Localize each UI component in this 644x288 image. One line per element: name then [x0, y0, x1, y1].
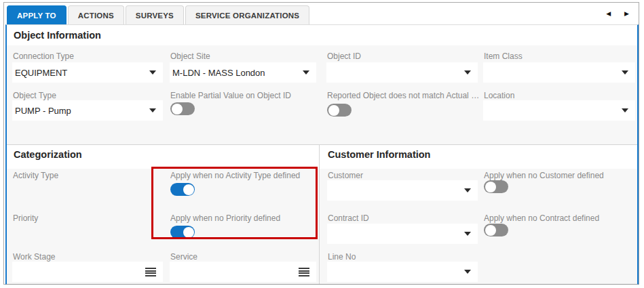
- apply-to-panel: Object Information Connection Type EQUIP…: [5, 24, 639, 285]
- tab-surveys[interactable]: SURVEYS: [126, 5, 184, 24]
- item-class-label: Item Class: [484, 52, 630, 61]
- tab-scroll-controls: ◀ ▶: [606, 9, 629, 18]
- object-site-label: Object Site: [170, 52, 313, 61]
- work-stage-label: Work Stage: [13, 252, 149, 262]
- tab-apply-to[interactable]: APPLY TO: [7, 5, 67, 24]
- customer-label: Customer: [328, 171, 470, 180]
- tab-service-organizations[interactable]: SERVICE ORGANIZATIONS: [185, 5, 309, 24]
- activity-type-label: Activity Type: [13, 171, 149, 180]
- dropdown-caret-icon: [464, 70, 471, 75]
- connection-type-select[interactable]: EQUIPMENT: [12, 62, 163, 83]
- apply-no-priority-label: Apply when no Priority defined: [170, 213, 316, 223]
- priority-label: Priority: [13, 213, 149, 223]
- dropdown-caret-icon: [622, 108, 628, 112]
- connection-type-value: EQUIPMENT: [15, 68, 67, 78]
- apply-no-priority-toggle[interactable]: [170, 226, 195, 239]
- tab-scroll-right-icon[interactable]: ▶: [624, 9, 629, 18]
- enable-partial-value-toggle[interactable]: [170, 102, 195, 115]
- enable-partial-value-label: Enable Partial Value on Object ID: [170, 91, 320, 100]
- location-label: Location: [484, 91, 630, 100]
- dropdown-caret-icon: [464, 188, 471, 192]
- service-label: Service: [170, 252, 306, 262]
- apply-no-contract-label: Apply when no Contract defined: [484, 213, 634, 223]
- object-type-value: PUMP - Pump: [15, 106, 71, 116]
- apply-no-contract-toggle[interactable]: [484, 224, 508, 236]
- contract-id-select[interactable]: [327, 224, 478, 244]
- apply-no-customer-label: Apply when no Customer defined: [484, 171, 634, 180]
- object-information-title: Object Information: [14, 30, 101, 41]
- item-class-select[interactable]: [483, 62, 635, 83]
- apply-no-customer-toggle[interactable]: [484, 180, 508, 193]
- apply-no-activity-type-label: Apply when no Activity Type defined: [170, 171, 316, 180]
- reported-object-mismatch-toggle[interactable]: [327, 104, 352, 117]
- dropdown-caret-icon: [622, 70, 628, 75]
- customer-information-title: Customer Information: [328, 149, 430, 160]
- reported-object-mismatch-label: Reported Object does not match Actual O.…: [327, 91, 482, 100]
- object-id-label: Object ID: [327, 52, 473, 61]
- work-stage-input[interactable]: [12, 262, 163, 282]
- tab-bar: APPLY TO ACTIONS SURVEYS SERVICE ORGANIZ…: [7, 5, 309, 24]
- connection-type-label: Connection Type: [13, 52, 159, 61]
- categorization-title: Categorization: [14, 149, 82, 160]
- section-horizontal-divider: [7, 144, 637, 145]
- object-type-select[interactable]: PUMP - Pump: [12, 100, 163, 121]
- line-no-label: Line No: [328, 252, 470, 262]
- service-input[interactable]: [170, 262, 316, 282]
- dropdown-caret-icon: [149, 70, 156, 75]
- object-site-select[interactable]: M-LDN - MASS London: [170, 62, 316, 83]
- location-select[interactable]: [483, 100, 635, 121]
- line-no-select[interactable]: [327, 262, 478, 282]
- tab-scroll-left-icon[interactable]: ◀: [606, 9, 611, 18]
- object-id-select[interactable]: [326, 62, 478, 83]
- object-site-value: M-LDN - MASS London: [172, 68, 265, 78]
- customer-select[interactable]: [327, 180, 478, 201]
- apply-to-form-page: APPLY TO ACTIONS SURVEYS SERVICE ORGANIZ…: [0, 0, 644, 288]
- tab-actions[interactable]: ACTIONS: [68, 5, 124, 24]
- dropdown-caret-icon: [464, 232, 471, 236]
- dropdown-caret-icon: [303, 70, 309, 75]
- apply-no-activity-type-toggle[interactable]: [170, 183, 195, 196]
- section-vertical-divider: [319, 144, 320, 284]
- dropdown-caret-icon: [464, 270, 471, 274]
- object-type-label: Object Type: [13, 91, 159, 100]
- dropdown-caret-icon: [149, 108, 156, 112]
- contract-id-label: Contract ID: [328, 213, 470, 223]
- lookup-list-icon[interactable]: [299, 268, 309, 276]
- lookup-list-icon[interactable]: [145, 268, 156, 276]
